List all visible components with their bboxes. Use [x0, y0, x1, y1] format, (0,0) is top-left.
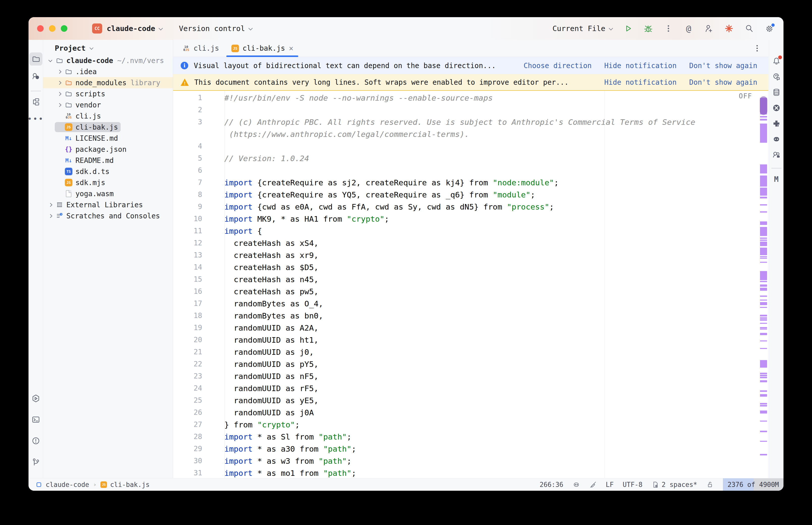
scrollbar-change-mark — [760, 256, 767, 257]
copilot-status-icon[interactable] — [573, 481, 580, 489]
code-line: 2 — [173, 104, 768, 116]
tree-item-sdk-d-ts[interactable]: TSsdk.d.ts — [43, 166, 173, 177]
terminal-icon[interactable] — [29, 413, 42, 426]
minimize-window-button[interactable] — [49, 25, 56, 32]
tree-item-package-json[interactable]: {}package.json — [43, 144, 173, 155]
notification-link[interactable]: Hide notification — [604, 78, 677, 87]
line-number: 3 — [173, 116, 224, 128]
group-chat-icon[interactable] — [770, 148, 783, 161]
run-icon[interactable] — [623, 24, 633, 33]
tree-item-license-md[interactable]: M↓LICENSE.md — [43, 133, 173, 144]
code-line: 14 createHash as $D5, — [173, 261, 768, 273]
debug-icon[interactable] — [643, 24, 653, 33]
close-tab-icon[interactable]: × — [289, 44, 294, 53]
chevron-right-icon[interactable] — [46, 214, 55, 217]
chevron-right-icon[interactable] — [55, 70, 64, 73]
readonly-pen-icon[interactable] — [589, 481, 597, 489]
services-icon[interactable] — [29, 392, 42, 405]
scrollbar-change-mark — [760, 410, 767, 414]
highlighting-level-badge[interactable]: OFF — [739, 92, 752, 100]
run-configuration-select[interactable]: Current File — [552, 24, 613, 33]
tab-options-icon[interactable] — [756, 45, 758, 51]
x-circle-icon[interactable] — [770, 101, 783, 115]
scrollbar-change-mark — [760, 164, 767, 174]
scrollbar-change-mark — [760, 262, 767, 263]
more-icon[interactable] — [663, 24, 674, 33]
problems-icon[interactable] — [29, 434, 42, 447]
notification-link[interactable]: Hide notification — [604, 61, 677, 70]
scrollbar-thumb[interactable] — [760, 96, 767, 115]
breadcrumb-project[interactable]: claude-code — [46, 481, 89, 489]
tab-cli-bak-js[interactable]: JS cli-bak.js × — [225, 40, 299, 57]
info-icon: i — [181, 62, 188, 69]
more-tool-windows-icon[interactable]: ••• — [29, 112, 42, 125]
m-plugin-icon[interactable]: M — [770, 172, 783, 185]
tree-item-vendor[interactable]: vendor — [43, 99, 173, 110]
encoding-widget[interactable]: UTF-8 — [623, 481, 643, 489]
code-editor[interactable]: 1#!/usr/bin/env -S node --no-warnings --… — [173, 91, 768, 478]
line-ending-widget[interactable]: LF — [606, 481, 614, 489]
search-icon[interactable] — [744, 24, 754, 33]
users-help-icon[interactable]: ? — [29, 70, 42, 83]
notification-link[interactable]: Choose direction — [523, 61, 592, 70]
code-line: (https://www.anthropic.com/legal/commerc… — [173, 128, 768, 140]
tree-item-node-modules[interactable]: node_moduleslibrary — [43, 77, 173, 88]
add-user-icon[interactable] — [704, 24, 714, 33]
line-number: 31 — [173, 467, 224, 478]
tree-item-external-libraries[interactable]: External Libraries — [43, 199, 173, 210]
code-line: 7import {createRequire as sj2, createReq… — [173, 177, 768, 189]
tree-item-claude-code[interactable]: claude-code~/.nvm/vers — [43, 55, 173, 66]
mention-icon[interactable]: @ — [683, 24, 694, 33]
js-file-icon: JS — [100, 481, 107, 488]
tree-item-sdk-mjs[interactable]: JSsdk.mjs — [43, 177, 173, 188]
notifications-bell-icon[interactable] — [770, 55, 783, 68]
code-line: 20 randomUUID as ht1, — [173, 334, 768, 346]
robot-icon[interactable] — [770, 133, 783, 146]
git-branch-icon[interactable] — [29, 455, 42, 468]
ai-assistant-icon[interactable] — [770, 70, 783, 83]
project-menu[interactable]: claude-code — [107, 24, 163, 33]
code-line: 25 randomUUID as yE5, — [173, 394, 768, 406]
caret-position[interactable]: 266:36 — [540, 481, 563, 489]
tree-item-cli-bak-js[interactable]: JScli-bak.js — [43, 122, 173, 133]
breadcrumb-file[interactable]: cli-bak.js — [110, 481, 150, 489]
code-line: 24 randomUUID as rF5, — [173, 382, 768, 394]
database-icon[interactable] — [770, 86, 783, 99]
markdown-file-icon: M↓ — [64, 158, 73, 164]
editor-scrollbar[interactable] — [760, 91, 767, 478]
chevron-right-icon[interactable] — [46, 204, 55, 206]
line-number: 16 — [173, 285, 224, 298]
plugin-plus-icon[interactable] — [770, 117, 783, 130]
lock-widget[interactable] — [706, 481, 714, 489]
tree-item-yoga-wasm[interactable]: yoga.wasm — [43, 188, 173, 199]
line-number: 8 — [173, 189, 224, 201]
settings-icon[interactable] — [764, 24, 774, 33]
tab-cli-js[interactable]: 100JS cli.js — [176, 40, 225, 57]
chevron-down-icon[interactable] — [46, 60, 55, 61]
code-line: 17 randomBytes as O_4, — [173, 298, 768, 310]
chevron-right-icon[interactable] — [55, 92, 64, 95]
memory-indicator[interactable]: 2376 of 4900M — [723, 478, 783, 491]
zoom-window-button[interactable] — [61, 25, 68, 32]
project-widget-icon[interactable] — [35, 481, 43, 489]
scrollbar-change-mark — [760, 296, 767, 297]
scrollbar-change-mark — [760, 238, 767, 239]
notification-link[interactable]: Don't show again — [689, 78, 757, 87]
structure-icon[interactable] — [29, 95, 42, 108]
tree-item-scripts[interactable]: scripts — [43, 88, 173, 99]
ai-spark-icon[interactable] — [724, 24, 734, 33]
indent-widget[interactable]: 2 spaces* — [651, 481, 697, 489]
chevron-right-icon[interactable] — [55, 81, 64, 84]
tree-item--idea[interactable]: .idea — [43, 66, 173, 77]
project-panel-header[interactable]: Project — [43, 40, 173, 55]
close-window-button[interactable] — [37, 25, 44, 32]
scratches-icon — [55, 212, 64, 220]
tree-item-readme-md[interactable]: M↓README.md — [43, 155, 173, 166]
line-number: 10 — [173, 213, 224, 225]
tree-item-scratches-and-consoles[interactable]: Scratches and Consoles — [43, 210, 173, 221]
project-folder-icon[interactable] — [29, 52, 42, 65]
tree-item-cli-js[interactable]: 100JScli.js — [43, 110, 173, 122]
chevron-right-icon[interactable] — [55, 104, 64, 106]
vcs-menu[interactable]: Version control — [179, 24, 253, 33]
notification-link[interactable]: Don't show again — [689, 61, 757, 70]
